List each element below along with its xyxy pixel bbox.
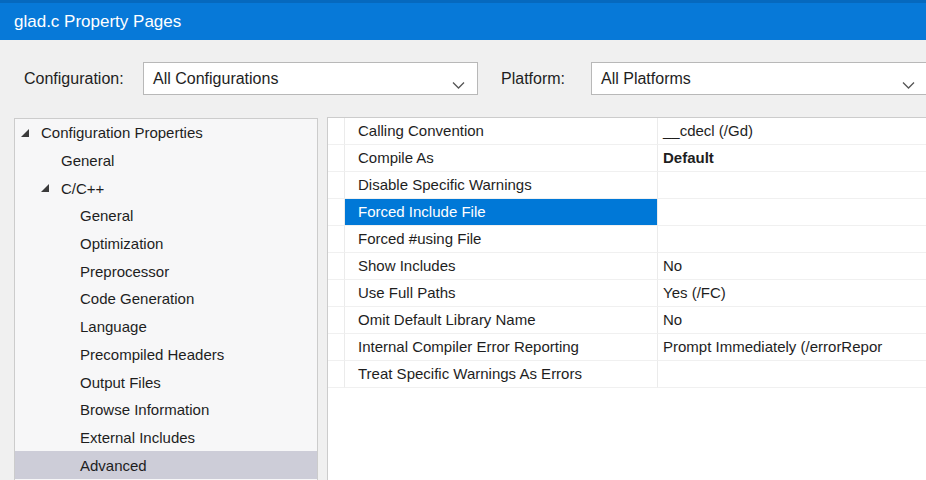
- tree-item-c-c[interactable]: C/C++: [15, 174, 317, 202]
- tree-item-general[interactable]: General: [15, 202, 317, 230]
- window-title: glad.c Property Pages: [0, 12, 181, 32]
- property-row-internal-compiler-error-reporting: Internal Compiler Error ReportingPrompt …: [328, 334, 926, 361]
- property-pages-dialog: glad.c Property Pages Configuration: All…: [0, 0, 926, 480]
- property-row-compile-as: Compile AsDefault: [328, 145, 926, 172]
- platform-value: All Platforms: [601, 70, 691, 88]
- tree-item-label: Preprocessor: [80, 263, 169, 280]
- row-gutter: [328, 253, 345, 280]
- property-row-forced-using-file: Forced #using File: [328, 226, 926, 253]
- chevron-down-icon[interactable]: [452, 76, 465, 94]
- tree-item-output-files[interactable]: Output Files: [15, 368, 317, 396]
- property-name[interactable]: Omit Default Library Name: [345, 307, 658, 334]
- tree-item-precompiled-headers[interactable]: Precompiled Headers: [15, 341, 317, 369]
- tree-item-label: Precompiled Headers: [80, 346, 224, 363]
- property-value[interactable]: [658, 172, 926, 199]
- tree-item-label: General: [61, 152, 114, 169]
- tree-item-label: Language: [80, 318, 147, 335]
- property-row-show-includes: Show IncludesNo: [328, 253, 926, 280]
- configuration-label: Configuration:: [24, 62, 124, 95]
- tree-item-general[interactable]: General: [15, 147, 317, 175]
- platform-label: Platform:: [501, 62, 565, 95]
- property-name[interactable]: Treat Specific Warnings As Errors: [345, 361, 658, 388]
- configuration-tree: Configuration PropertiesGeneralC/C++Gene…: [14, 118, 318, 480]
- chevron-down-icon[interactable]: [902, 76, 915, 94]
- property-value[interactable]: No: [658, 307, 926, 334]
- platform-dropdown[interactable]: All Platforms: [591, 62, 926, 95]
- row-gutter: [328, 199, 345, 226]
- tree-item-browse-information[interactable]: Browse Information: [15, 396, 317, 424]
- property-name[interactable]: Internal Compiler Error Reporting: [345, 334, 658, 361]
- configuration-dropdown[interactable]: All Configurations: [143, 62, 478, 95]
- property-name[interactable]: Compile As: [345, 145, 658, 172]
- titlebar[interactable]: glad.c Property Pages: [0, 0, 926, 40]
- property-value[interactable]: __cdecl (/Gd): [658, 118, 926, 145]
- row-gutter: [328, 361, 345, 388]
- tree-item-code-generation[interactable]: Code Generation: [15, 285, 317, 313]
- tree-item-label: Browse Information: [80, 401, 209, 418]
- property-name[interactable]: Disable Specific Warnings: [345, 172, 658, 199]
- tree-item-label: External Includes: [80, 429, 195, 446]
- property-row-disable-specific-warnings: Disable Specific Warnings: [328, 172, 926, 199]
- configuration-value: All Configurations: [153, 70, 278, 88]
- property-name[interactable]: Show Includes: [345, 253, 658, 280]
- property-name[interactable]: Use Full Paths: [345, 280, 658, 307]
- row-gutter: [328, 172, 345, 199]
- property-value[interactable]: Yes (/FC): [658, 280, 926, 307]
- property-row-forced-include-file: Forced Include File: [328, 199, 926, 226]
- tree-item-label: Output Files: [80, 374, 161, 391]
- tree-item-label: Configuration Properties: [41, 124, 203, 141]
- tree-item-language[interactable]: Language: [15, 313, 317, 341]
- property-value[interactable]: [658, 226, 926, 253]
- row-gutter: [328, 118, 345, 145]
- tree-item-label: Advanced: [80, 457, 147, 474]
- property-grid: Calling Convention__cdecl (/Gd)Compile A…: [327, 117, 926, 480]
- tree-item-advanced[interactable]: Advanced: [15, 451, 317, 479]
- property-name[interactable]: Forced #using File: [345, 226, 658, 253]
- property-row-treat-specific-warnings-as-errors: Treat Specific Warnings As Errors: [328, 361, 926, 388]
- expander-expanded-icon[interactable]: [20, 128, 41, 138]
- property-value[interactable]: No: [658, 253, 926, 280]
- property-value[interactable]: [658, 199, 926, 226]
- property-value[interactable]: [658, 361, 926, 388]
- property-name[interactable]: Calling Convention: [345, 118, 658, 145]
- row-gutter: [328, 226, 345, 253]
- tree-item-optimization[interactable]: Optimization: [15, 230, 317, 258]
- row-gutter: [328, 280, 345, 307]
- tree-item-configuration-properties[interactable]: Configuration Properties: [15, 119, 317, 147]
- row-gutter: [328, 334, 345, 361]
- property-row-calling-convention: Calling Convention__cdecl (/Gd): [328, 118, 926, 145]
- row-gutter: [328, 307, 345, 334]
- tree-item-label: Code Generation: [80, 290, 194, 307]
- property-value[interactable]: Default: [658, 145, 926, 172]
- property-value[interactable]: Prompt Immediately (/errorRepor: [658, 334, 926, 361]
- tree-item-label: C/C++: [61, 180, 104, 197]
- tree-item-label: General: [80, 207, 133, 224]
- property-row-use-full-paths: Use Full PathsYes (/FC): [328, 280, 926, 307]
- row-gutter: [328, 145, 345, 172]
- property-name[interactable]: Forced Include File: [345, 199, 658, 226]
- property-row-omit-default-library-name: Omit Default Library NameNo: [328, 307, 926, 334]
- tree-item-label: Optimization: [80, 235, 163, 252]
- tree-item-external-includes[interactable]: External Includes: [15, 424, 317, 452]
- tree-item-preprocessor[interactable]: Preprocessor: [15, 257, 317, 285]
- expander-expanded-icon[interactable]: [40, 183, 61, 193]
